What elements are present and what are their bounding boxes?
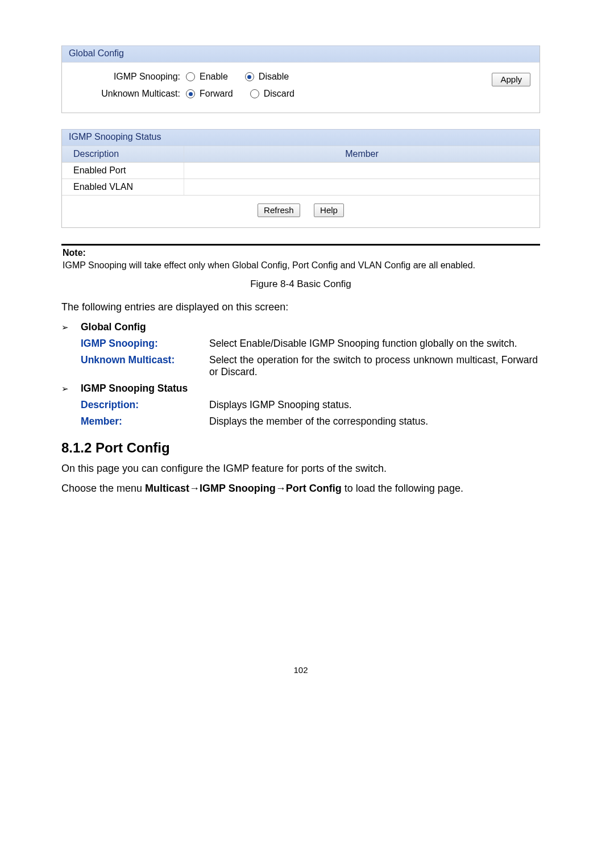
port-config-nav: Choose the menu Multicast→IGMP Snooping→… (61, 483, 540, 495)
global-config-body: IGMP Snooping: Enable Disable Unknown Mu… (62, 63, 540, 113)
nav-sep1: → (189, 483, 200, 494)
unknown-multicast-row: Unknown Multicast: Forward Discard (78, 85, 492, 102)
note-heading: Note: (63, 248, 540, 258)
radio-unchecked-icon (186, 72, 195, 81)
def-term-igmp: IGMP Snooping: (61, 338, 209, 350)
nav-suffix: to load the following page. (342, 483, 463, 494)
divider-rule (61, 244, 540, 246)
def-term-unknown: Unknown Multicast: (61, 354, 209, 378)
unknown-forward-label: Forward (200, 89, 233, 99)
col-header-member: Member (184, 146, 540, 162)
panel-title-global: Global Config (62, 45, 540, 63)
igmp-status-panel: IGMP Snooping Status Description Member … (61, 129, 540, 228)
def-unknown-multicast: Unknown Multicast: Select the operation … (61, 354, 540, 378)
port-config-line1: On this page you can configure the IGMP … (61, 463, 540, 475)
row-enabled-port: Enabled Port (62, 163, 184, 178)
unknown-discard-radio[interactable]: Discard (250, 89, 294, 99)
help-button[interactable]: Help (314, 203, 344, 217)
bullet-global-config: ➢ Global Config (61, 321, 540, 333)
nav-sep2: → (276, 483, 286, 494)
col-header-description: Description (62, 146, 184, 162)
table-row: Enabled Port (62, 163, 540, 179)
status-button-row: Refresh Help (62, 196, 540, 227)
nav-port-config: Port Config (286, 483, 342, 494)
row-enabled-vlan: Enabled VLAN (62, 179, 184, 195)
row-enabled-vlan-member (184, 179, 540, 195)
igmp-disable-label: Disable (259, 72, 289, 82)
bullet-global-config-text: Global Config (81, 321, 146, 333)
nav-prefix: Choose the menu (61, 483, 145, 494)
igmp-enable-radio[interactable]: Enable (186, 72, 228, 82)
def-term-description: Description: (61, 399, 209, 411)
unknown-forward-radio[interactable]: Forward (186, 89, 233, 99)
def-description: Description: Displays IGMP Snooping stat… (61, 399, 540, 411)
figure-caption: Figure 8-4 Basic Config (61, 279, 540, 290)
note-body: IGMP Snooping will take effect only when… (63, 260, 540, 271)
bullet-igmp-status: ➢ IGMP Snooping Status (61, 383, 540, 394)
def-term-member: Member: (61, 416, 209, 427)
nav-multicast: Multicast (145, 483, 189, 494)
unknown-multicast-label: Unknown Multicast: (78, 89, 186, 99)
def-body-description: Displays IGMP Snooping status. (209, 399, 540, 411)
radio-unchecked-icon (250, 89, 259, 98)
igmp-snooping-row: IGMP Snooping: Enable Disable (78, 68, 492, 85)
igmp-disable-radio[interactable]: Disable (245, 72, 289, 82)
apply-button[interactable]: Apply (492, 73, 530, 86)
nav-igmp-snooping: IGMP Snooping (200, 483, 276, 494)
bullet-icon: ➢ (61, 321, 81, 333)
def-igmp-snooping: IGMP Snooping: Select Enable/Disable IGM… (61, 338, 540, 350)
unknown-discard-label: Discard (264, 89, 294, 99)
igmp-enable-label: Enable (200, 72, 228, 82)
status-table-header: Description Member (62, 146, 540, 163)
bullet-igmp-status-text: IGMP Snooping Status (81, 383, 188, 394)
intro-sentence: The following entries are displayed on t… (61, 301, 540, 313)
global-config-panel: Global Config IGMP Snooping: Enable Disa… (61, 45, 540, 113)
radio-checked-icon (186, 89, 195, 98)
radio-checked-icon (245, 72, 254, 81)
def-body-member: Displays the member of the corresponding… (209, 416, 540, 427)
def-member: Member: Displays the member of the corre… (61, 416, 540, 427)
igmp-snooping-label: IGMP Snooping: (78, 72, 186, 82)
bullet-icon: ➢ (61, 383, 81, 394)
page-number: 102 (61, 665, 540, 675)
section-heading-port-config: 8.1.2 Port Config (61, 440, 540, 456)
refresh-button[interactable]: Refresh (258, 203, 300, 217)
row-enabled-port-member (184, 163, 540, 178)
panel-title-status: IGMP Snooping Status (62, 129, 540, 146)
def-body-igmp: Select Enable/Disable IGMP Snooping func… (209, 338, 540, 350)
def-body-unknown: Select the operation for the switch to p… (209, 354, 540, 378)
table-row: Enabled VLAN (62, 179, 540, 196)
